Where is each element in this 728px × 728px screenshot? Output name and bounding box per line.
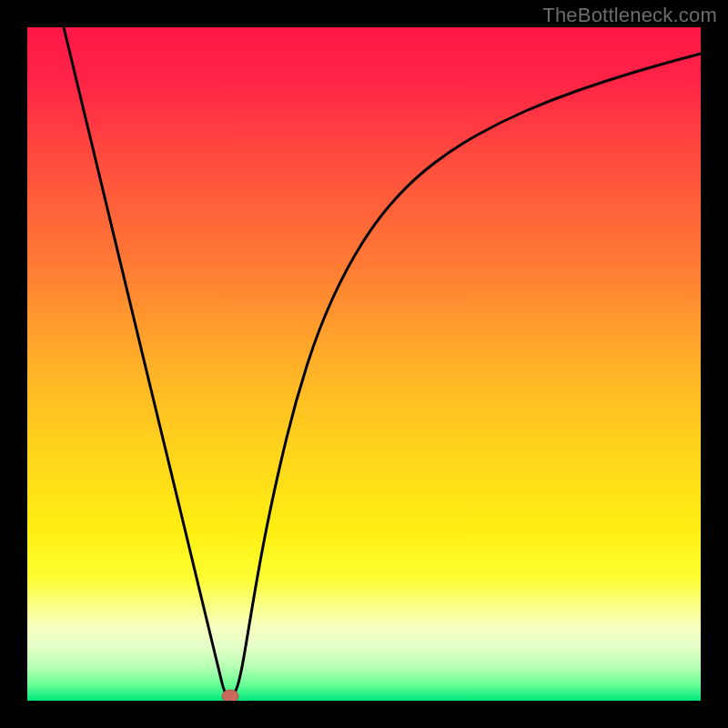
chart-frame: TheBottleneck.com — [0, 0, 728, 728]
curve-layer — [27, 27, 701, 701]
optimal-point-marker — [222, 690, 238, 701]
plot-area — [27, 27, 701, 701]
watermark-text: TheBottleneck.com — [542, 4, 717, 27]
bottleneck-curve — [64, 27, 701, 696]
